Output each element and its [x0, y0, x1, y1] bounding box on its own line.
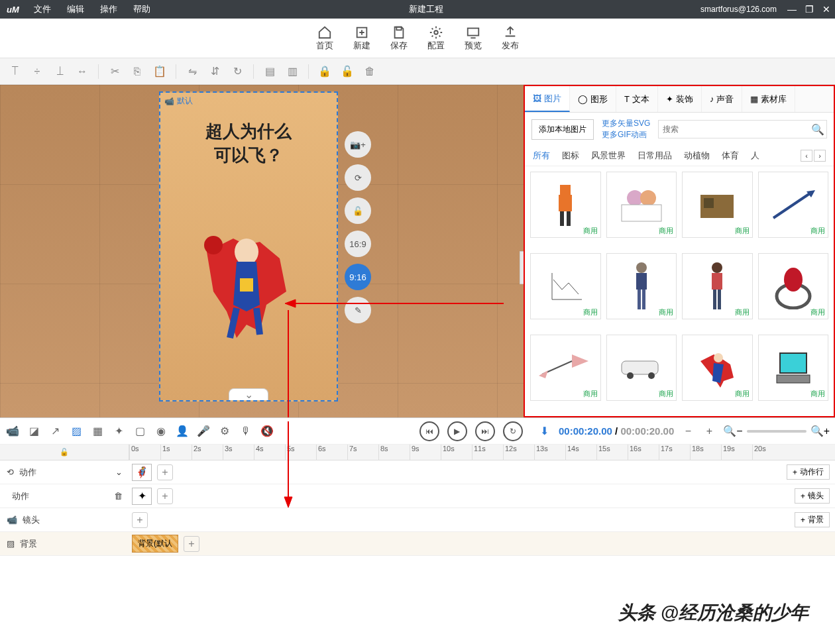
tl-mute-icon[interactable]: 🔇	[260, 424, 274, 439]
user-email[interactable]: smartforus@126.com	[694, 5, 783, 14]
cut-icon[interactable]: ✂	[105, 62, 124, 81]
tab-shape[interactable]: ◯ 图形	[570, 86, 616, 112]
tl-fx-icon[interactable]: ▨	[69, 424, 84, 439]
asset-item[interactable]: 商用	[682, 172, 753, 238]
bg-clip[interactable]: 背景(默认	[132, 535, 178, 553]
tl-pattern-icon[interactable]: ▦	[90, 424, 105, 439]
flip-v-icon[interactable]: ⇵	[205, 62, 224, 81]
cat-people[interactable]: 人	[751, 150, 759, 162]
rotate-icon[interactable]: ↻	[228, 62, 247, 81]
cat-daily[interactable]: 日常用品	[638, 150, 672, 162]
flip-h-icon[interactable]: ⇋	[183, 62, 201, 81]
copy-icon[interactable]: ⎘	[128, 62, 146, 81]
cat-icon[interactable]: 图标	[562, 150, 579, 162]
lock-icon[interactable]: 🔒	[315, 62, 334, 81]
zoom-out-icon[interactable]: −	[681, 424, 695, 439]
align-bottom-icon[interactable]: ⟘	[50, 62, 69, 81]
add-camera-button[interactable]: + 镜头	[795, 488, 830, 504]
add-action-row-button[interactable]: + 动作行	[787, 464, 830, 480]
cat-next-icon[interactable]: ›	[814, 150, 826, 162]
zoom-slider[interactable]: 🔍−🔍+	[723, 425, 830, 437]
tl-record-icon[interactable]: ◉	[154, 424, 168, 439]
tab-image[interactable]: 🖼 图片	[525, 86, 570, 112]
search-icon[interactable]: 🔍	[809, 121, 826, 138]
align-middle-icon[interactable]: ÷	[28, 62, 46, 81]
tl-magic-icon[interactable]: ✦	[111, 424, 126, 439]
loop-button[interactable]: ↻	[503, 421, 523, 441]
tab-publish[interactable]: 发布	[502, 25, 519, 52]
tl-camera-icon[interactable]: 📹	[5, 424, 20, 439]
menu-action[interactable]: 操作	[92, 3, 125, 15]
asset-item[interactable]: 商用	[530, 253, 601, 319]
cat-prev-icon[interactable]: ‹	[801, 150, 812, 162]
tab-library[interactable]: ▦ 素材库	[742, 86, 795, 112]
next-button[interactable]: ⏭	[475, 421, 495, 441]
link-more-svg[interactable]: 更多矢量SVG	[602, 118, 650, 129]
action-clip-2[interactable]: ✦	[132, 488, 152, 505]
tab-text[interactable]: T 文本	[616, 86, 658, 112]
menu-help[interactable]: 帮助	[125, 3, 158, 15]
ratio-16-9[interactable]: 16:9	[345, 231, 371, 257]
tab-home[interactable]: 首页	[316, 25, 333, 52]
add-camera-clip-button[interactable]: +	[132, 512, 148, 528]
cat-all[interactable]: 所有	[533, 150, 550, 162]
rotate-tool-icon[interactable]: ⟳	[345, 164, 371, 191]
scene-heading[interactable]: 超人为什么 可以飞？	[160, 119, 337, 168]
tl-marker-icon[interactable]: ⬇	[537, 424, 552, 439]
asset-item[interactable]: 商用	[758, 335, 829, 401]
cat-scenery[interactable]: 风景世界	[591, 150, 626, 162]
layer-back-icon[interactable]: ▥	[283, 62, 302, 81]
asset-item[interactable]: 商用	[606, 172, 677, 238]
unlock-icon[interactable]: 🔓	[338, 62, 357, 81]
prev-button[interactable]: ⏮	[419, 421, 439, 441]
close-icon[interactable]: ✕	[818, 4, 835, 15]
canvas[interactable]: 📹 默认 超人为什么 可以飞？ ⌄ 📷+ ⟳ 🔓 16:9 9:16 ✎	[0, 85, 524, 417]
tab-new[interactable]: 新建	[353, 25, 370, 52]
tl-frame-icon[interactable]: ▢	[133, 424, 147, 439]
delete-icon[interactable]: 🗑	[361, 62, 379, 81]
tl-settings-icon[interactable]: ⚙	[217, 424, 232, 439]
asset-item[interactable]: 商用	[606, 335, 677, 401]
asset-item[interactable]: 商用	[606, 253, 677, 319]
layer-front-icon[interactable]: ▤	[260, 62, 279, 81]
scene-expand-icon[interactable]: ⌄	[229, 388, 268, 400]
search-input[interactable]	[659, 121, 809, 138]
tab-config[interactable]: 配置	[427, 25, 445, 52]
asset-item[interactable]: 商用	[530, 335, 601, 401]
menu-file[interactable]: 文件	[26, 3, 59, 15]
delete-track-icon[interactable]: 🗑	[114, 491, 123, 501]
minimize-icon[interactable]: —	[783, 4, 801, 15]
add-clip-button[interactable]: +	[157, 464, 173, 480]
asset-item[interactable]: 商用	[682, 335, 753, 401]
align-top-icon[interactable]: ⟙	[5, 62, 24, 81]
asset-item[interactable]: 商用	[758, 253, 829, 319]
cat-sports[interactable]: 体育	[722, 150, 739, 162]
asset-item[interactable]: 商用	[530, 172, 601, 238]
tab-sound[interactable]: ♪ 声音	[702, 86, 743, 112]
link-more-gif[interactable]: 更多GIF动画	[602, 129, 650, 140]
scene-frame[interactable]: 📹 默认 超人为什么 可以飞？ ⌄	[159, 91, 338, 402]
add-bg-clip-button[interactable]: +	[184, 536, 199, 552]
paste-icon[interactable]: 📋	[150, 62, 169, 81]
unlock-tool-icon[interactable]: 🔓	[345, 197, 371, 224]
camera-add-icon[interactable]: 📷+	[345, 131, 371, 158]
tab-decor[interactable]: ✦ 装饰	[658, 86, 702, 112]
maximize-icon[interactable]: ❐	[801, 4, 818, 15]
tl-export-icon[interactable]: ↗	[48, 424, 62, 439]
panel-collapse-icon[interactable]: ▸	[520, 251, 524, 284]
add-bg-button[interactable]: + 背景	[795, 512, 830, 527]
action-clip[interactable]: 🦸	[132, 464, 152, 481]
asset-item[interactable]: 商用	[758, 172, 829, 238]
chevron-down-icon[interactable]: ⌄	[115, 467, 123, 477]
menu-edit[interactable]: 编辑	[59, 3, 92, 15]
tl-voice-icon[interactable]: 🎙	[239, 424, 253, 439]
tab-preview[interactable]: 预览	[465, 25, 482, 52]
add-clip-button[interactable]: +	[157, 488, 173, 504]
tl-mic-icon[interactable]: 🎤	[196, 424, 211, 439]
add-local-image-button[interactable]: 添加本地图片	[531, 119, 594, 140]
tl-clip-icon[interactable]: ◪	[27, 424, 41, 439]
play-button[interactable]: ▶	[447, 421, 467, 441]
cat-animals[interactable]: 动植物	[684, 150, 710, 162]
tab-save[interactable]: 保存	[390, 25, 408, 52]
zoom-in-icon[interactable]: +	[702, 424, 716, 439]
